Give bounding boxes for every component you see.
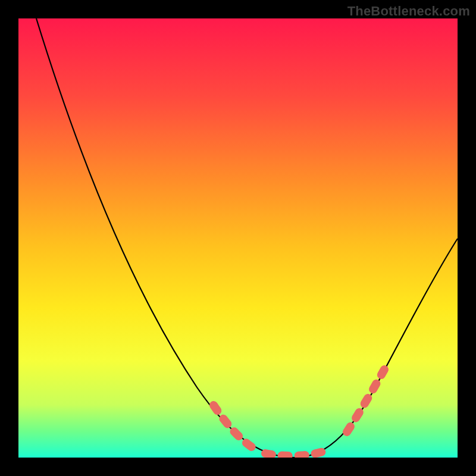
highlight-descent bbox=[214, 405, 259, 452]
chart-panel bbox=[18, 18, 458, 458]
watermark-text: TheBottleneck.com bbox=[347, 4, 470, 19]
highlight-trough bbox=[265, 451, 325, 456]
bottleneck-curve-svg bbox=[18, 18, 458, 458]
bottleneck-curve-line bbox=[36, 18, 458, 458]
